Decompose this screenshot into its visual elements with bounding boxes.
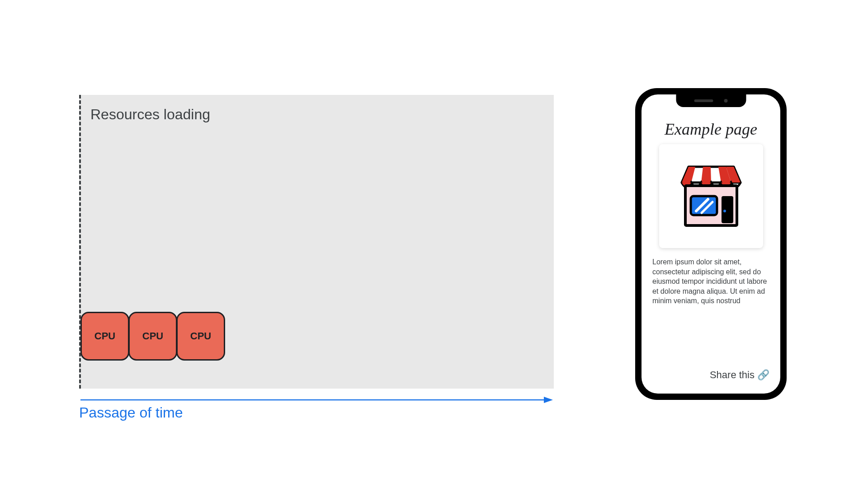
svg-rect-3 — [691, 196, 717, 215]
svg-point-7 — [723, 210, 726, 212]
link-icon: 🔗 — [757, 369, 769, 381]
share-label: Share this — [710, 369, 755, 381]
cpu-label: CPU — [94, 330, 115, 342]
passage-of-time-label: Passage of time — [79, 404, 183, 421]
cpu-row: CPU CPU CPU — [80, 312, 224, 361]
notch-speaker — [694, 99, 713, 102]
phone-notch — [676, 94, 746, 107]
body-text: Lorem ipsum dolor sit amet, consectetur … — [650, 257, 772, 306]
time-arrow — [80, 395, 553, 404]
storefront-icon — [673, 158, 750, 235]
cpu-block: CPU — [80, 312, 129, 361]
cpu-block: CPU — [176, 312, 225, 361]
cpu-label: CPU — [190, 330, 211, 342]
page-title: Example page — [650, 120, 772, 139]
cpu-label: CPU — [142, 330, 163, 342]
image-card — [659, 144, 763, 248]
svg-marker-1 — [544, 397, 553, 403]
phone-frame: Example page — [635, 88, 787, 400]
svg-rect-6 — [722, 196, 733, 223]
notch-camera — [724, 99, 728, 103]
cpu-block: CPU — [128, 312, 177, 361]
phone-screen: Example page — [642, 94, 780, 394]
share-this-link[interactable]: Share this 🔗 — [710, 369, 769, 381]
resources-loading-label: Resources loading — [90, 106, 210, 123]
